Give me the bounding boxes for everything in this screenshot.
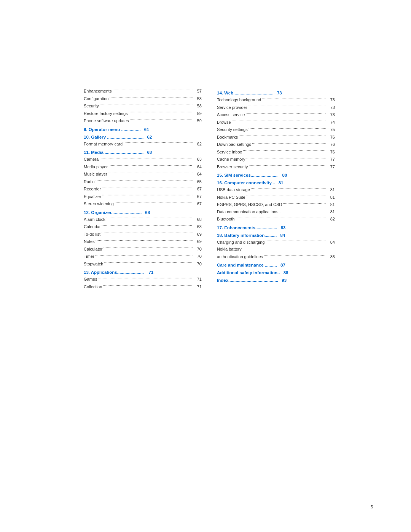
toc-section-17: 17. Enhancements.................. 83 (217, 225, 335, 230)
list-item: Media player 64 (84, 163, 202, 170)
toc-section-care: Care and maintenance .......... 87 (217, 263, 335, 267)
left-column: Enhancements 57 Configuration 58 Securit… (84, 88, 202, 291)
list-item: Collection 71 (84, 283, 202, 290)
toc-section-15: 15. SIM services...................... 8… (217, 173, 335, 177)
list-item: Security 58 (84, 102, 202, 109)
list-item: Music player 64 (84, 171, 202, 177)
toc-section-9: 9. Operator menu ................ 61 (84, 127, 202, 132)
toc-section-10: 10. Gallery ............................… (84, 135, 202, 139)
list-item: Notes 69 (84, 238, 202, 245)
right-column: 14. Web.................................… (217, 88, 335, 291)
list-item: Service provider 73 (217, 104, 335, 111)
toc-section-18: 18. Battery information.......... 84 (217, 233, 335, 238)
list-item: Charging and discharging 84 (217, 239, 335, 246)
list-item: Calculator 70 (84, 246, 202, 252)
toc-section-16: 16. Computer connectivity... 81 (217, 181, 335, 185)
list-item: Alarm clock 68 (84, 216, 202, 223)
list-item: Technology background 73 (217, 96, 335, 103)
list-item: Configuration 58 (84, 95, 202, 102)
list-item: Service inbox 76 (217, 149, 335, 155)
list-item: Recorder 67 (84, 185, 202, 192)
list-item: Stereo widening 67 (84, 200, 202, 207)
toc-section-14: 14. Web.................................… (217, 91, 335, 95)
list-item: Camera 63 (84, 156, 202, 163)
list-item: Access service 73 (217, 111, 335, 118)
toc-columns: Enhancements 57 Configuration 58 Securit… (84, 88, 335, 291)
list-item: Timer 70 (84, 253, 202, 260)
list-item: To-do list 69 (84, 231, 202, 238)
content-area: Enhancements 57 Configuration 58 Securit… (84, 88, 335, 291)
list-item: USB data storage 81 (217, 186, 335, 193)
list-item: Radio 65 (84, 178, 202, 185)
list-item: Nokia PC Suite 81 (217, 194, 335, 201)
list-item: Equalizer 67 (84, 193, 202, 200)
list-item: Bookmarks 76 (217, 134, 335, 141)
list-item: authentication guidelines 85 (217, 253, 335, 260)
list-item: Download settings 76 (217, 141, 335, 148)
list-item: Bluetooth 82 (217, 216, 335, 222)
toc-section-safety: Additional safety information.. 88 (217, 270, 335, 275)
page: Enhancements 57 Configuration 58 Securit… (0, 0, 411, 532)
toc-section-index: Index...................................… (217, 278, 335, 283)
list-item: Calendar 68 (84, 223, 202, 230)
list-item: Browse 74 (217, 119, 335, 126)
list-item: Enhancements 57 (84, 88, 202, 94)
list-item: Restore factory settings 59 (84, 110, 202, 117)
list-item: Games 71 (84, 276, 202, 283)
toc-section-12: 12. Organizer......................... 6… (84, 210, 202, 215)
list-item: Cache memory 77 (217, 156, 335, 163)
list-item: Browser security 77 (217, 163, 335, 170)
toc-section-13: 13. Applications...................... 7… (84, 270, 202, 275)
list-item: Nokia battery (217, 246, 335, 252)
list-item: Security settings 75 (217, 126, 335, 133)
toc-section-11: 11. Media ..............................… (84, 150, 202, 155)
list-item: EGPRS, GPRS, HSCSD, and CSD 81 (217, 201, 335, 208)
page-number: 5 (371, 505, 373, 509)
list-item: Data communication applications . 81 (217, 209, 335, 215)
list-item: Phone software updates 59 (84, 117, 202, 124)
list-item: Stopwatch 70 (84, 260, 202, 267)
list-item: Format memory card 62 (84, 141, 202, 147)
